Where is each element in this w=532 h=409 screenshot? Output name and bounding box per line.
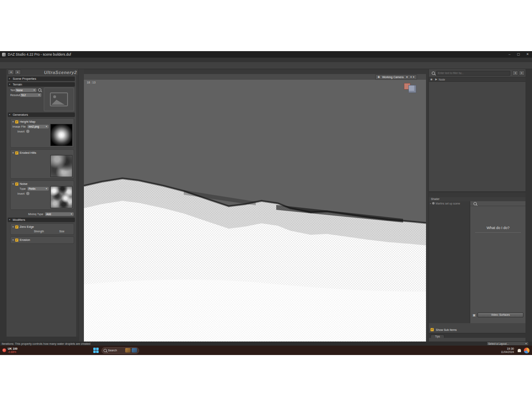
panel-header: ◂ ▸ UltraScenery2 [7,69,78,75]
noise-checkbox[interactable]: ✓ [15,182,18,186]
panel-scrollbar[interactable] [76,75,78,337]
weather-widget-icon[interactable] [524,348,530,353]
eroded-hills-thumbnail [50,155,72,177]
ultrascenery-logo: UltraScenery2 [44,70,77,75]
show-sub-items-control[interactable]: ✓ Show Sub Items [431,328,457,331]
nav-forward-button[interactable]: ▸ [15,70,21,75]
section-generators[interactable]: Generators [8,112,75,117]
search-icon[interactable] [473,202,477,205]
windows-taskbar: UK 100 -0.88% Search 19:30 11/04/2024 [0,346,532,355]
close-button[interactable]: ✕ [523,51,532,58]
camera-selector[interactable]: ◉ Working Camera ▼ ◂ ▸ [375,74,417,80]
surfaces-tab-row [429,192,526,197]
search-icon [104,349,107,352]
mixing-type-label: Mixing Type [10,213,45,216]
notification-bell-icon[interactable] [518,349,521,352]
expand-icon[interactable]: ▸ [430,202,431,204]
right-dock: ◂ ▸ ◉ ▶ Node Shader [428,69,525,342]
scene-search-input[interactable] [436,71,510,76]
left-pane-tab-strip [79,69,84,342]
node-column-header: Node [439,78,445,81]
menu-bar [0,58,532,62]
collapse-icon[interactable]: ▼ [12,121,14,123]
start-button[interactable] [93,348,99,353]
collapse-icon[interactable]: ▼ [12,152,14,154]
noise-type-dropdown[interactable]: Perlin▼ [27,187,49,191]
nav-back-button[interactable]: ◂ [8,70,14,75]
search-icon [432,72,435,75]
viewport-pane: ◉ Working Camera ▼ ◂ ▸ 18 : 13 [84,69,426,342]
surface-editor-toolbar [470,201,526,206]
section-modifiers[interactable]: Modifiers [8,218,75,222]
tips-bar: Tips [429,333,526,338]
chevron-down-icon: ▼ [38,94,40,96]
minimize-button[interactable]: – [505,51,514,58]
noise-thumbnail [50,186,72,208]
terrain-preset-label: Terrain Preset [10,89,15,92]
stock-widget[interactable]: UK 100 -0.88% [2,347,18,354]
chevron-down-icon: ▼ [45,125,47,128]
taskbar-clock[interactable]: 19:30 11/04/2024 [501,347,514,354]
height-map-checkbox[interactable]: ✓ [15,120,18,124]
search-preset-icon[interactable] [38,88,41,92]
visibility-column-icon: ◉ [429,78,434,81]
collapse-icon[interactable]: ▼ [12,239,14,241]
collapse-icon[interactable]: ▼ [12,183,14,185]
zero-edge-columns: Strength Size [12,229,72,233]
maximize-button[interactable]: ▢ [514,51,523,58]
view-cube-gizmo[interactable] [401,83,416,94]
surface-node-item[interactable]: ▸ Martins set up scene [429,201,470,205]
daz-studio-window: DAZ Studio 4.22 Pro - scene builders.duf… [0,51,532,346]
clock-time: 19:30 [507,347,514,351]
show-sub-items-checkbox[interactable]: ✓ [431,328,434,331]
erosion-group: ▼ ✓ Erosion [10,236,74,244]
collapse-icon[interactable]: ▼ [12,226,14,228]
noise-invert-checkbox[interactable] [26,192,29,195]
view-cube-body[interactable] [408,85,416,93]
left-icon-rail [0,69,7,342]
viewport-tab-row [84,69,426,74]
3d-view[interactable]: 18 : 13 [84,80,426,342]
camera-prev-icon[interactable]: ◂ [410,75,412,79]
noise-group: ▼ ✓ Noise Type Perlin▼ [10,180,74,210]
taskbar-search[interactable]: Search [101,347,139,354]
chevron-down-icon: ▼ [406,76,408,79]
terrain-preset-dropdown[interactable]: None▼ [15,88,36,92]
chevron-down-icon: ▼ [33,89,35,91]
stock-icon [2,348,6,352]
video-surfaces-button[interactable]: Video: Surfaces [478,312,523,317]
chevron-down-icon: ▼ [45,187,47,190]
zero-edge-checkbox[interactable]: ✓ [15,225,18,229]
right-icon-rail [525,69,532,342]
image-file-label: Image File [12,125,27,128]
tips-tab[interactable]: Tips [431,335,444,338]
camera-next-icon[interactable]: ▸ [413,75,415,79]
selectability-column-icon: ▶ [434,78,439,81]
section-terrain[interactable]: Terrain [8,82,75,87]
scene-next-button[interactable]: ▸ [519,70,525,76]
mixing-type-dropdown[interactable]: Add▼ [45,212,74,216]
window-title: DAZ Studio 4.22 Pro - scene builders.duf [8,52,71,56]
show-sub-items-label: Show Sub Items [436,328,457,331]
scene-search-row: ◂ ▸ [429,69,526,77]
erosion-checkbox[interactable]: ✓ [15,238,18,242]
scene-prev-button[interactable]: ◂ [512,70,518,76]
main-toolbar [0,62,532,69]
surface-filter-list: ▸ Martins set up scene [429,201,470,323]
invert-checkbox[interactable] [26,130,29,133]
size-column-header: Size [51,230,72,233]
camera-name: Working Camera [382,76,404,79]
resolution-label: Resolution [10,94,20,97]
erosion-title: Erosion [20,238,30,242]
eroded-hills-checkbox[interactable]: ✓ [15,151,18,155]
height-map-group: ▼ ✓ Height Map Image File mn2.png▼ [10,118,74,148]
image-file-dropdown[interactable]: mn2.png▼ [27,125,49,128]
camera-icon: ◉ [378,75,380,79]
resolution-dropdown[interactable]: 512▼ [20,93,41,97]
chevron-down-icon: ▼ [70,213,72,215]
section-scene-properties[interactable]: Scene Properties [8,76,75,81]
title-bar: DAZ Studio 4.22 Pro - scene builders.duf… [0,51,532,58]
node-sphere-icon [432,202,435,204]
layout-selector[interactable]: Select a Layout...▼ [487,342,529,346]
workspace: ◂ ▸ UltraScenery2 Scene Properties Terra… [0,69,532,342]
